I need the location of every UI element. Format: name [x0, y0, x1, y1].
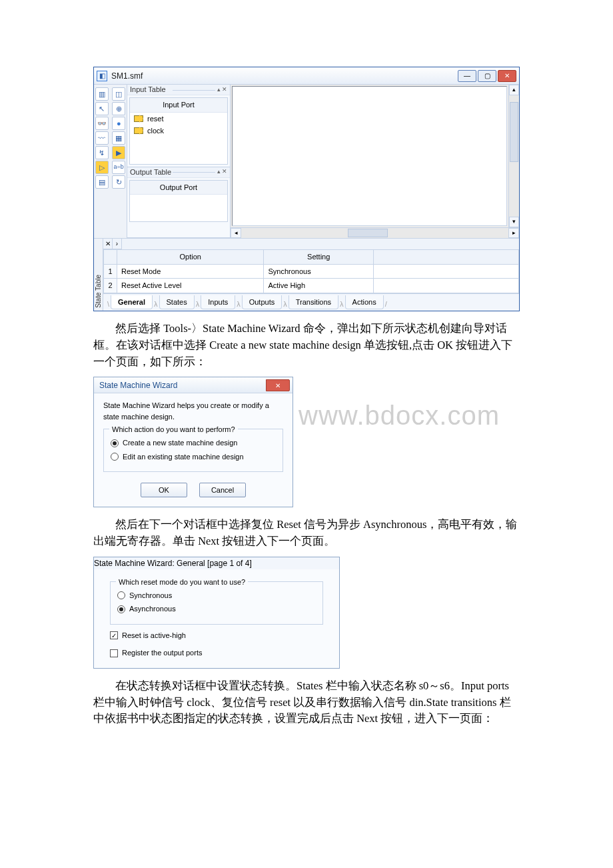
loop-icon[interactable]: ↻: [112, 175, 125, 189]
scroll-left-icon[interactable]: ◂: [231, 228, 241, 238]
left-toolstrip: ▥ ◫ ↖ ⊕ 👓 ● 〰 ▦ ↯ ▶ ▷ a=b ▤ ↻: [94, 85, 127, 238]
editor-window: ◧ SM1.smf — ▢ ✕ ▥ ◫ ↖ ⊕ 👓 ● 〰 ▦ ↯ ▶ ▷ a=…: [93, 67, 520, 311]
input-port-header: Input Port: [130, 98, 227, 113]
pointer-icon[interactable]: ↖: [95, 102, 109, 115]
port-row[interactable]: reset: [130, 113, 227, 125]
table-row[interactable]: 2 Reset Active Level Active High: [104, 279, 519, 293]
port-label: clock: [147, 125, 164, 137]
col-option: Option: [117, 250, 264, 265]
window-title: SM1.smf: [111, 70, 458, 82]
options-table: Option Setting 1 Reset Mode Synchronous …: [103, 249, 519, 293]
reset-mode-groupbox: Which reset mode do you want to use? Syn…: [110, 581, 323, 625]
ok-button[interactable]: OK: [141, 483, 187, 497]
option-cell: Reset Mode: [117, 264, 264, 279]
port-out-icon[interactable]: ▷: [95, 161, 109, 174]
vertical-scrollbar[interactable]: ▴ ▾: [508, 85, 519, 227]
scroll-down-icon[interactable]: ▾: [509, 217, 519, 227]
dialog-description: State Machine Wizard helps you create or…: [103, 400, 283, 422]
grid-icon[interactable]: ▦: [112, 131, 125, 145]
radio-label: Synchronous: [129, 590, 172, 601]
tabs-bar: \ General λ States λ Inputs λ Outputs λ …: [103, 293, 519, 311]
tab-transitions[interactable]: Transitions: [289, 295, 338, 310]
output-table-header: Output Table ▴✕: [127, 167, 230, 178]
tab-general[interactable]: General: [111, 295, 153, 310]
check-label: Register the output ports: [122, 647, 202, 659]
col-setting: Setting: [264, 250, 374, 265]
radio-label: Create a new state machine design: [123, 437, 237, 449]
action-groupbox: Which action do you want to perform? Cre…: [103, 429, 283, 472]
scroll-thumb[interactable]: [348, 229, 388, 237]
option-cell: Reset Active Level: [117, 279, 264, 293]
input-table-header: Input Table ▴✕: [127, 85, 230, 95]
dialog-title: State Machine Wizard: General [page 1 of…: [94, 557, 339, 569]
scroll-thumb[interactable]: [510, 102, 518, 162]
scroll-up-icon[interactable]: ▴: [509, 85, 519, 95]
input-port-icon: [134, 127, 143, 134]
cancel-button[interactable]: Cancel: [199, 483, 246, 497]
input-table-label: Input Table: [130, 84, 166, 95]
maximize-button[interactable]: ▢: [478, 70, 496, 82]
setting-cell: Synchronous: [264, 264, 374, 279]
panel-close-icon[interactable]: ✕: [222, 167, 227, 177]
check-active-high[interactable]: Reset is active-high: [110, 630, 323, 641]
output-port-header: Output Port: [130, 181, 227, 195]
tool-icon[interactable]: ▤: [95, 175, 109, 189]
tab-outputs[interactable]: Outputs: [242, 295, 283, 310]
radio-icon: [111, 453, 119, 461]
port-label: reset: [147, 113, 163, 125]
panel-close-icon[interactable]: ✕: [103, 239, 113, 249]
radio-label: Edit an existing state machine design: [123, 451, 244, 463]
horizontal-scrollbar[interactable]: ◂ ▸: [231, 227, 519, 238]
radio-label: Asynchronous: [129, 603, 176, 615]
tab-states[interactable]: States: [159, 295, 195, 310]
watermark-text: www.bdocx.com: [299, 395, 500, 435]
tool-icon[interactable]: ▥: [95, 87, 109, 101]
curve-icon[interactable]: 〰: [95, 131, 109, 145]
binoculars-icon[interactable]: 👓: [95, 117, 109, 130]
dialog-title: State Machine Wizard: [94, 377, 293, 393]
output-table-label: Output Table: [130, 167, 171, 178]
tab-actions[interactable]: Actions: [345, 295, 384, 310]
setting-cell: Active High: [264, 279, 374, 293]
input-port-icon: [134, 115, 143, 122]
radio-async[interactable]: Asynchronous: [117, 603, 316, 615]
collapse-icon[interactable]: ▴: [217, 167, 221, 177]
minimize-button[interactable]: —: [458, 70, 476, 82]
tab-inputs[interactable]: Inputs: [201, 295, 235, 310]
groupbox-legend: Which action do you want to perform?: [109, 424, 238, 435]
port-row[interactable]: clock: [130, 125, 227, 137]
tool-icon[interactable]: ◫: [112, 87, 125, 101]
radio-icon: [117, 591, 125, 599]
state-table-side-label: State Table: [94, 239, 103, 311]
panel-drag-icon[interactable]: ›: [113, 239, 122, 249]
table-row[interactable]: 1 Reset Mode Synchronous: [104, 264, 519, 279]
check-register-output[interactable]: Register the output ports: [110, 647, 323, 659]
body-paragraph: 在状态转换对话框中设置状态转换。States 栏中输入状态名称 s0～s6。In…: [93, 678, 520, 727]
state-icon[interactable]: ●: [112, 117, 125, 130]
zoom-icon[interactable]: ⊕: [112, 102, 125, 115]
titlebar: ◧ SM1.smf — ▢ ✕: [94, 67, 519, 85]
checkbox-icon: [110, 649, 118, 657]
close-button[interactable]: ✕: [498, 70, 516, 82]
port-in-icon[interactable]: ▶: [112, 146, 125, 159]
collapse-icon[interactable]: ▴: [217, 85, 221, 95]
radio-icon: [111, 439, 119, 447]
radio-edit[interactable]: Edit an existing state machine design: [111, 451, 276, 463]
check-label: Reset is active-high: [122, 630, 186, 641]
radio-create[interactable]: Create a new state machine design: [111, 437, 276, 449]
body-paragraph: 然后选择 Tools-〉State Machine Wizard 命令，弹出如下…: [93, 321, 520, 370]
wizard-dialog: State Machine Wizard ✕ State Machine Wiz…: [93, 377, 293, 507]
groupbox-legend: Which reset mode do you want to use?: [116, 577, 248, 588]
equation-icon[interactable]: a=b: [112, 161, 125, 174]
checkbox-icon: [110, 631, 118, 639]
file-icon: ◧: [97, 71, 107, 81]
arrow-tool-icon[interactable]: ↯: [95, 146, 109, 159]
close-button[interactable]: ✕: [266, 379, 290, 391]
body-paragraph: 然后在下一个对话框中选择复位 Reset 信号为异步 Asynchronous，…: [93, 517, 520, 550]
scroll-right-icon[interactable]: ▸: [508, 228, 519, 238]
radio-sync[interactable]: Synchronous: [117, 590, 316, 601]
panel-close-icon[interactable]: ✕: [222, 85, 227, 95]
wizard-general-page: State Machine Wizard: General [page 1 of…: [93, 557, 340, 669]
diagram-canvas[interactable]: [232, 86, 507, 226]
radio-icon: [117, 605, 125, 613]
